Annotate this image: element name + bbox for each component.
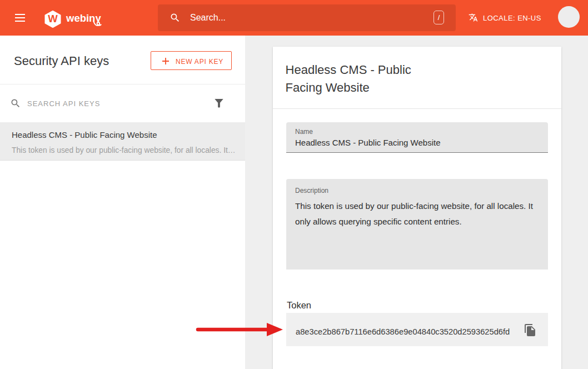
svg-text:W: W: [48, 13, 58, 24]
